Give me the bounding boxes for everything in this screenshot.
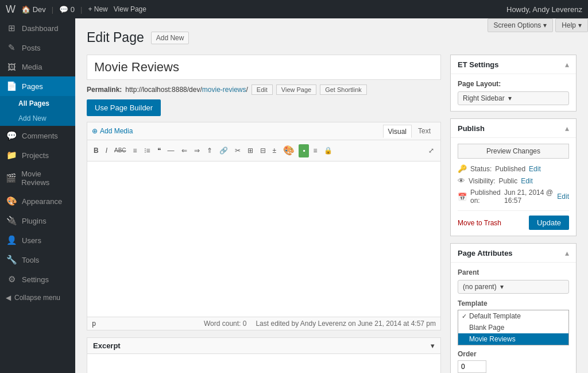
toolbar-fullscreen[interactable]: ⤢ [425, 144, 437, 157]
collapse-icon: ◀ [6, 294, 11, 302]
excerpt-toggle-icon[interactable] [431, 341, 435, 350]
get-shortlink-button[interactable]: Get Shortlink [320, 84, 367, 95]
sidebar-item-label: Settings [22, 275, 49, 284]
sidebar-item-movie-reviews[interactable]: 🎬 Movie Reviews [0, 165, 75, 191]
sidebar-sub-add-new[interactable]: Add New [0, 111, 75, 126]
admin-bar-separator: | [52, 5, 53, 14]
editor-content[interactable] [87, 161, 440, 317]
parent-label: Parent [458, 268, 569, 276]
sidebar-item-comments[interactable]: 💬 Comments [0, 126, 75, 145]
page-attributes-box: Page Attributes Parent (no parent) Templ… [450, 243, 577, 373]
admin-bar-comments[interactable]: 💬 0 [59, 5, 75, 14]
dashboard-icon: ⊞ [6, 23, 17, 33]
admin-bar-site-name[interactable]: 🏠 Dev [21, 5, 46, 14]
publish-header[interactable]: Publish [451, 119, 576, 138]
toolbar-align-right[interactable]: ⇑ [204, 144, 215, 157]
sidebar-item-appearance[interactable]: 🎨 Appearance [0, 191, 75, 211]
add-media-button[interactable]: ⊕ Add Media [92, 127, 133, 135]
page-attributes-header[interactable]: Page Attributes [451, 244, 576, 263]
toolbar-strikethrough[interactable]: ABC [111, 145, 129, 156]
template-option-label: Blank Page [469, 324, 504, 332]
sidebar-item-pages[interactable]: 📄 Pages [0, 76, 75, 96]
toolbar-align-center[interactable]: ⇒ [191, 144, 203, 157]
editor-toolbar-top: ⊕ Add Media Visual Text [87, 122, 440, 140]
wp-wrapper: ⊞ Dashboard ✎ Posts 🖼 Media 📄 Pages All … [0, 18, 588, 373]
published-on-edit-link[interactable]: Edit [557, 193, 569, 201]
toolbar-bold[interactable]: B [91, 144, 102, 157]
sidebar-item-tools[interactable]: 🔧 Tools [0, 250, 75, 270]
move-to-trash-link[interactable]: Move to Trash [458, 219, 501, 227]
toolbar-unordered-list[interactable]: ≡ [130, 144, 140, 157]
excerpt-box: Excerpt [87, 337, 441, 373]
plugins-icon: 🔌 [6, 216, 17, 226]
toolbar-green[interactable]: ▪ [299, 144, 309, 157]
page-layout-select[interactable]: Right Sidebar [458, 91, 569, 105]
sidebar-item-posts[interactable]: ✎ Posts [0, 38, 75, 57]
tab-visual[interactable]: Visual [383, 125, 412, 138]
update-button[interactable]: Update [529, 216, 569, 230]
calendar-icon: 📅 [458, 193, 467, 201]
preview-changes-button[interactable]: Preview Changes [458, 144, 569, 159]
sidebar-item-label: Appearance [22, 197, 62, 206]
template-option-default[interactable]: ✓ Default Template [458, 310, 568, 322]
edit-main: Permalink: http://localhost:8888/dev/mov… [87, 55, 441, 373]
parent-chevron-icon [500, 283, 504, 291]
visibility-value: Public [498, 177, 517, 185]
add-new-button[interactable]: Add New [151, 32, 189, 44]
et-settings-box: ET Settings Page Layout: Right Sidebar [450, 55, 577, 111]
wp-logo-icon[interactable]: W [6, 3, 16, 16]
page-layout-label: Page Layout: [458, 80, 569, 88]
parent-select[interactable]: (no parent) [458, 280, 569, 294]
sidebar-item-projects[interactable]: 📁 Projects [0, 145, 75, 165]
sidebar-item-users[interactable]: 👤 Users [0, 230, 75, 250]
admin-bar-new-link[interactable]: + New [88, 5, 107, 13]
sidebar-item-label: Media [22, 63, 42, 71]
status-value: Published [495, 165, 525, 173]
toolbar-list-view[interactable]: ≡ [310, 144, 320, 157]
toolbar-horizontal-rule[interactable]: — [165, 144, 177, 157]
permalink-slug[interactable]: movie-reviews [202, 86, 246, 94]
toolbar-link[interactable]: 🔗 [216, 144, 231, 157]
visibility-edit-link[interactable]: Edit [521, 177, 533, 185]
sidebar-item-label: Pages [22, 82, 43, 91]
order-input[interactable] [458, 360, 486, 373]
template-option-blank[interactable]: ✓ Blank Page [458, 322, 568, 333]
toolbar-align-left[interactable]: ⇐ [179, 144, 190, 157]
permalink-edit-button[interactable]: Edit [252, 84, 273, 95]
excerpt-content[interactable] [87, 354, 440, 373]
sidebar-item-label: Projects [22, 151, 49, 160]
sidebar-item-dashboard[interactable]: ⊞ Dashboard [0, 18, 75, 38]
post-title-input[interactable] [87, 55, 441, 80]
toolbar-italic[interactable]: I [103, 144, 110, 157]
page-builder-button[interactable]: Use Page Builder [87, 99, 161, 116]
projects-icon: 📁 [6, 150, 17, 160]
sidebar-item-plugins[interactable]: 🔌 Plugins [0, 211, 75, 230]
help-button[interactable]: Help [555, 18, 588, 32]
status-edit-link[interactable]: Edit [529, 165, 541, 173]
tab-text[interactable]: Text [413, 125, 436, 137]
sidebar-item-settings[interactable]: ⚙ Settings [0, 270, 75, 289]
template-option-label: Movie Reviews [469, 335, 516, 343]
screen-options-button[interactable]: Screen Options [488, 18, 554, 32]
toolbar-blockquote[interactable]: ❝ [154, 144, 164, 157]
template-option-movie-reviews[interactable]: ✓ Movie Reviews [458, 333, 568, 345]
page-attributes-content: Parent (no parent) Template ✓ Default Te… [451, 263, 576, 373]
sidebar-pages-sub: All Pages Add New [0, 96, 75, 126]
editor-word-count: Word count: 0 Last edited by Andy Levere… [204, 320, 436, 328]
view-page-button[interactable]: View Page [276, 84, 316, 95]
sidebar-item-media[interactable]: 🖼 Media [0, 57, 75, 76]
toolbar-lock[interactable]: 🔒 [321, 144, 335, 157]
toolbar-unlink[interactable]: ✂ [232, 144, 243, 157]
toolbar-ordered-list[interactable]: ⁝≡ [141, 144, 153, 157]
admin-bar-view-page-link[interactable]: View Page [114, 5, 146, 13]
toolbar-insert-table[interactable]: ⊞ [245, 144, 256, 157]
users-icon: 👤 [6, 235, 17, 245]
toolbar-remove-table[interactable]: ⊟ [257, 144, 269, 157]
et-settings-header[interactable]: ET Settings [451, 55, 576, 74]
toolbar-color[interactable]: 🎨 [280, 143, 297, 159]
sidebar-sub-all-pages[interactable]: All Pages [0, 96, 75, 111]
collapse-menu[interactable]: ◀ Collapse menu [0, 289, 75, 306]
excerpt-header: Excerpt [87, 338, 440, 354]
toolbar-special-chars[interactable]: ± [270, 144, 280, 157]
order-label: Order [458, 350, 569, 358]
